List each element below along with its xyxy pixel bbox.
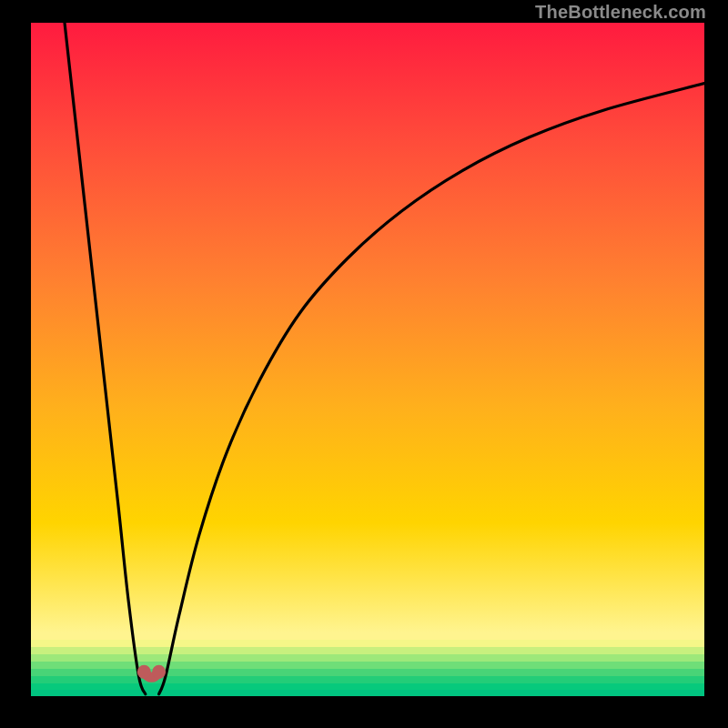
gradient-main	[31, 23, 704, 632]
svg-rect-2	[31, 647, 704, 654]
svg-rect-7	[31, 683, 704, 690]
svg-rect-8	[31, 690, 704, 696]
svg-rect-6	[31, 676, 704, 683]
chart-frame: TheBottleneck.com	[0, 0, 728, 728]
watermark-text: TheBottleneck.com	[535, 2, 706, 23]
marker-dot	[137, 665, 151, 679]
svg-rect-3	[31, 654, 704, 662]
gradient-bottom	[31, 632, 704, 696]
marker-dot	[152, 665, 166, 679]
plot-area	[31, 23, 704, 696]
svg-rect-4	[31, 662, 704, 669]
bottleneck-chart	[31, 23, 704, 696]
svg-rect-1	[31, 640, 704, 647]
svg-rect-5	[31, 669, 704, 676]
